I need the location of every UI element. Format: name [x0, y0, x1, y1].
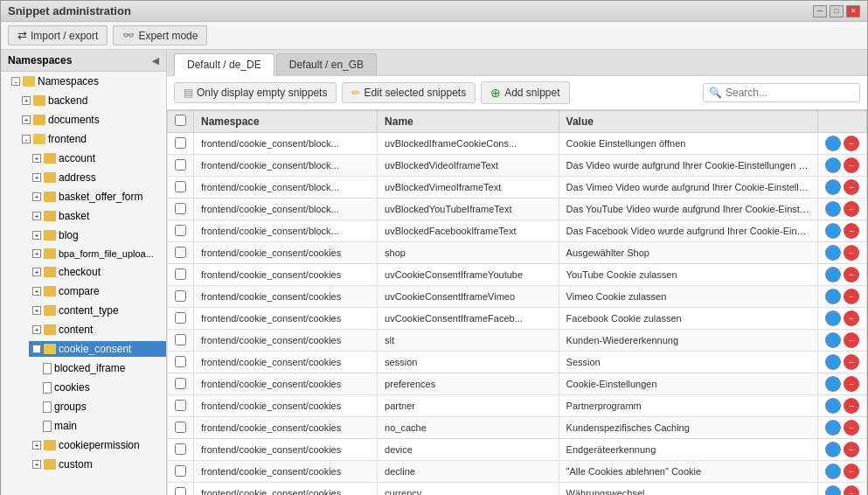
search-input[interactable] [726, 87, 854, 99]
globe-button[interactable]: 🌐 [825, 136, 841, 151]
row-checkbox[interactable] [175, 334, 186, 345]
tree-item-checkout[interactable]: + checkout [1, 262, 166, 282]
globe-button[interactable]: 🌐 [825, 398, 841, 414]
remove-button[interactable]: – [844, 420, 859, 436]
tree-item-basket[interactable]: + basket [1, 206, 166, 226]
remove-button[interactable]: – [844, 442, 859, 457]
globe-button[interactable]: 🌐 [825, 332, 841, 348]
edit-selected-button[interactable]: ✏ Edit selected snippets [342, 82, 476, 103]
remove-button[interactable]: – [844, 310, 859, 326]
globe-button[interactable]: 🌐 [825, 223, 841, 239]
expert-mode-button[interactable]: 👓 Expert mode [113, 25, 207, 45]
tree-item-custom[interactable]: + custom [1, 455, 166, 474]
remove-button[interactable]: – [844, 136, 859, 151]
remove-button[interactable]: – [844, 157, 859, 173]
import-export-button[interactable]: ⇄ Import / export [8, 25, 108, 45]
expand-icon[interactable]: + [32, 249, 41, 258]
globe-button[interactable]: 🌐 [825, 485, 841, 495]
expand-icon[interactable]: + [32, 173, 41, 182]
sidebar-toggle-button[interactable]: ◀ [152, 56, 159, 66]
row-checkbox[interactable] [175, 159, 186, 171]
row-checkbox[interactable] [175, 443, 186, 455]
tree-item-account[interactable]: + account [1, 149, 166, 168]
globe-button[interactable]: 🌐 [825, 354, 841, 370]
row-checkbox[interactable] [175, 378, 186, 389]
row-checkbox[interactable] [175, 137, 186, 149]
globe-button[interactable]: 🌐 [825, 201, 841, 217]
tree-item-documents[interactable]: + documents [1, 110, 166, 129]
select-all-checkbox[interactable] [175, 115, 186, 126]
expand-icon[interactable]: + [22, 96, 31, 105]
expand-icon[interactable]: + [32, 154, 41, 163]
expand-icon[interactable]: - [22, 135, 31, 143]
tab-de-de[interactable]: Default / de_DE [174, 53, 274, 76]
tree-item-compare[interactable]: + compare [1, 282, 166, 301]
remove-button[interactable]: – [844, 201, 859, 217]
close-button[interactable]: ✕ [846, 5, 860, 17]
globe-button[interactable]: 🌐 [825, 179, 841, 195]
expand-icon[interactable]: + [32, 287, 41, 296]
remove-button[interactable]: – [844, 376, 859, 392]
tree-item-cookies[interactable]: cookies [1, 378, 166, 397]
tree-item-blog[interactable]: + blog [1, 226, 166, 245]
row-checkbox[interactable] [175, 487, 186, 496]
row-checkbox[interactable] [175, 290, 186, 302]
expand-icon[interactable]: + [32, 441, 41, 450]
table-scroll[interactable]: Namespace Name Value frontend/cookie_con… [167, 110, 867, 495]
globe-button[interactable]: 🌐 [825, 267, 841, 282]
row-checkbox[interactable] [175, 465, 186, 477]
tree-item-address[interactable]: + address [1, 168, 166, 187]
globe-button[interactable]: 🌐 [825, 310, 841, 326]
expand-icon[interactable]: + [32, 268, 41, 276]
tree-item-basket-offer-form[interactable]: + basket_offer_form [1, 187, 166, 206]
tab-en-gb[interactable]: Default / en_GB [276, 53, 377, 75]
minimize-button[interactable]: ─ [813, 5, 827, 17]
tree-item-blocked-iframe[interactable]: blocked_iframe [1, 359, 166, 378]
row-checkbox[interactable] [175, 356, 186, 367]
add-snippet-button[interactable]: ⊕ Add snippet [481, 81, 569, 104]
row-checkbox[interactable] [175, 203, 186, 214]
globe-button[interactable]: 🌐 [825, 464, 841, 479]
expand-icon[interactable]: + [32, 460, 41, 469]
tree-item-content[interactable]: + content [1, 320, 166, 339]
tree-item-groups[interactable]: groups [1, 397, 166, 416]
tree-item-namespaces[interactable]: - Namespaces [1, 72, 166, 91]
expand-icon[interactable]: + [32, 306, 41, 315]
remove-button[interactable]: – [844, 464, 859, 479]
tree-item-frontend[interactable]: - frontend [1, 129, 166, 149]
tree-item-main[interactable]: main [1, 416, 166, 436]
tree-item-backend[interactable]: + backend [1, 91, 166, 110]
globe-button[interactable]: 🌐 [825, 245, 841, 261]
remove-button[interactable]: – [844, 245, 859, 261]
expand-icon[interactable]: + [22, 115, 31, 124]
remove-button[interactable]: – [844, 289, 859, 304]
remove-button[interactable]: – [844, 398, 859, 414]
tree-item-content-type[interactable]: + content_type [1, 301, 166, 320]
row-checkbox[interactable] [175, 268, 186, 280]
globe-button[interactable]: 🌐 [825, 376, 841, 392]
expand-icon[interactable]: + [32, 192, 41, 201]
expand-icon[interactable]: - [11, 77, 20, 86]
row-checkbox[interactable] [175, 400, 186, 411]
expand-icon[interactable]: + [32, 212, 41, 220]
display-empty-button[interactable]: ▤ Only display empty snippets [174, 82, 337, 103]
expand-icon[interactable]: + [32, 325, 41, 334]
expand-icon[interactable]: - [32, 345, 41, 353]
tree-item-bpa[interactable]: + bpa_form_file_uploa... [1, 245, 166, 262]
tree-item-cookie-consent[interactable]: - cookie_consent [1, 339, 166, 359]
globe-button[interactable]: 🌐 [825, 157, 841, 173]
row-checkbox[interactable] [175, 422, 186, 433]
remove-button[interactable]: – [844, 179, 859, 195]
globe-button[interactable]: 🌐 [825, 442, 841, 457]
row-checkbox[interactable] [175, 312, 186, 324]
row-checkbox[interactable] [175, 181, 186, 192]
row-checkbox[interactable] [175, 247, 186, 258]
globe-button[interactable]: 🌐 [825, 289, 841, 304]
tree-item-cookiepermission[interactable]: + cookiepermission [1, 436, 166, 455]
row-checkbox[interactable] [175, 225, 186, 236]
remove-button[interactable]: – [844, 485, 859, 495]
remove-button[interactable]: – [844, 223, 859, 239]
expand-icon[interactable]: + [32, 231, 41, 240]
globe-button[interactable]: 🌐 [825, 420, 841, 436]
remove-button[interactable]: – [844, 332, 859, 348]
